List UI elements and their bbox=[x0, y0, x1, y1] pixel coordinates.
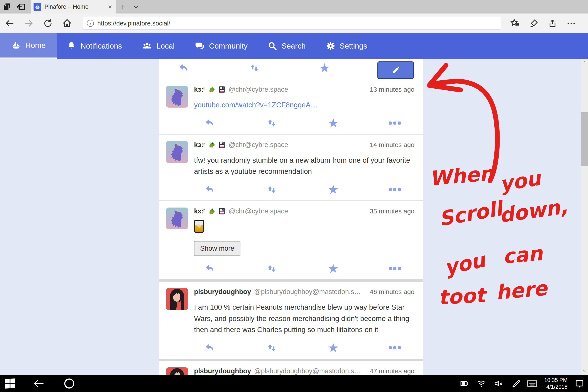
toot[interactable]: kз:ʳ @chr@cybre.space 14 minutes ago tfw… bbox=[159, 134, 423, 201]
compose-toot-button[interactable] bbox=[378, 62, 414, 79]
toot-time[interactable]: 46 minutes ago bbox=[370, 288, 414, 296]
author-name[interactable]: kз:ʳ bbox=[194, 141, 205, 149]
boost-icon[interactable] bbox=[266, 342, 278, 354]
toot[interactable]: kз:ʳ @chr@cybre.space 35 minutes ago Sho… bbox=[159, 201, 423, 282]
toolbar-right-icons bbox=[506, 14, 580, 33]
avatar[interactable] bbox=[166, 208, 188, 229]
boost-icon[interactable] bbox=[248, 62, 260, 74]
battery-icon[interactable] bbox=[456, 375, 473, 392]
taskbar-back-button[interactable] bbox=[29, 375, 49, 392]
settings-more-icon[interactable] bbox=[562, 14, 580, 33]
more-icon[interactable] bbox=[389, 117, 401, 129]
show-more-button[interactable]: Show more bbox=[194, 241, 240, 256]
favorites-hub-icon[interactable] bbox=[506, 14, 524, 33]
boost-icon[interactable] bbox=[266, 262, 278, 274]
nav-item-settings[interactable]: Settings bbox=[316, 33, 377, 59]
nav-item-community[interactable]: Community bbox=[185, 33, 258, 59]
people-icon bbox=[142, 41, 152, 51]
author-name[interactable]: kз:ʳ bbox=[194, 86, 205, 94]
toot-time[interactable]: 47 minutes ago bbox=[370, 368, 414, 375]
system-tray: 10:35 PM 4/1/2018 bbox=[456, 375, 588, 392]
avatar[interactable] bbox=[166, 368, 188, 375]
boost-icon[interactable] bbox=[266, 183, 278, 196]
home-icon[interactable] bbox=[58, 14, 77, 33]
toot-text: I am 100 % certain Peanuts merchandise b… bbox=[194, 302, 414, 335]
back-icon[interactable] bbox=[0, 14, 19, 33]
toot-time[interactable]: 35 minutes ago bbox=[370, 208, 414, 215]
nav-item-home[interactable]: Home bbox=[0, 33, 57, 59]
toot[interactable]: kз:ʳ @chr@cybre.space 13 minutes ago you… bbox=[159, 79, 423, 134]
author-name[interactable]: plsburydoughboy bbox=[194, 288, 251, 296]
set-tabs-aside-icon[interactable] bbox=[14, 0, 28, 14]
nav-item-search[interactable]: Search bbox=[258, 33, 316, 59]
boost-icon[interactable] bbox=[266, 117, 278, 129]
sailboat-icon bbox=[11, 40, 21, 50]
address-bar[interactable]: i https://dev.pinafore.social/ bbox=[83, 17, 501, 30]
reply-icon[interactable] bbox=[178, 62, 190, 74]
toot-meta: plsburydoughboy @plsburydoughboy@mastodo… bbox=[194, 366, 414, 375]
avatar[interactable] bbox=[166, 141, 188, 163]
touch-keyboard-icon[interactable] bbox=[524, 375, 541, 392]
author-handle[interactable]: @chr@cybre.space bbox=[229, 86, 288, 94]
gear-icon bbox=[326, 41, 336, 51]
taskbar-clock[interactable]: 10:35 PM 4/1/2018 bbox=[541, 377, 571, 390]
favorite-icon[interactable]: ★ bbox=[318, 62, 330, 74]
nav-item-notifications[interactable]: Notifications bbox=[57, 33, 132, 59]
toot[interactable]: plsburydoughboy @plsburydoughboy@mastodo… bbox=[159, 361, 423, 375]
tab-close-icon[interactable]: × bbox=[107, 3, 113, 10]
toot-time[interactable]: 13 minutes ago bbox=[370, 86, 414, 93]
action-center-icon[interactable] bbox=[571, 375, 588, 392]
nav-item-local[interactable]: Local bbox=[132, 33, 185, 59]
web-note-pen-icon[interactable] bbox=[524, 14, 543, 33]
author-handle[interactable]: @chr@cybre.space bbox=[229, 207, 288, 215]
reply-icon[interactable] bbox=[204, 183, 216, 196]
page-content: ★ kз:ʳ @chr@cybre.space 13 minutes ago y bbox=[0, 59, 588, 375]
tab-preview-chevron-icon[interactable] bbox=[129, 0, 142, 14]
toot-actions: ★ bbox=[204, 262, 401, 280]
page-scrollbar[interactable]: ⌃ ⌄ bbox=[581, 59, 588, 375]
more-icon[interactable] bbox=[389, 183, 401, 196]
toot-actions: ★ bbox=[178, 62, 401, 79]
reply-icon[interactable] bbox=[204, 117, 216, 129]
new-tab-button[interactable]: + bbox=[116, 0, 129, 14]
refresh-icon[interactable] bbox=[38, 14, 58, 33]
avatar[interactable] bbox=[166, 288, 188, 310]
dragon-emoji-icon bbox=[208, 207, 216, 215]
favorite-icon[interactable]: ★ bbox=[327, 262, 339, 274]
avatar[interactable] bbox=[166, 86, 188, 108]
toot-link[interactable]: youtube.com/watch?v=1ZCF8ngqeA… bbox=[194, 101, 318, 109]
author-handle[interactable]: @plsburydoughboy@mastodon.s… bbox=[254, 288, 361, 296]
wifi-icon[interactable] bbox=[473, 375, 490, 392]
author-handle[interactable]: @plsburydoughboy@mastodon.s… bbox=[254, 367, 361, 375]
scroll-down-icon[interactable]: ⌄ bbox=[581, 367, 588, 373]
nav-label-notifications: Notifications bbox=[80, 42, 122, 50]
toot[interactable]: plsburydoughboy @plsburydoughboy@mastodo… bbox=[159, 282, 423, 361]
toot-time[interactable]: 14 minutes ago bbox=[370, 141, 414, 148]
author-name[interactable]: kз:ʳ bbox=[194, 207, 205, 215]
reply-icon[interactable] bbox=[204, 342, 216, 354]
share-icon[interactable] bbox=[543, 14, 562, 33]
volume-muted-icon[interactable] bbox=[490, 375, 507, 392]
start-button[interactable] bbox=[0, 375, 20, 392]
url-text[interactable]: https://dev.pinafore.social/ bbox=[97, 20, 170, 27]
reply-icon[interactable] bbox=[204, 262, 216, 274]
favorite-icon[interactable]: ★ bbox=[327, 117, 339, 129]
pen-icon[interactable] bbox=[507, 375, 524, 392]
favorite-icon[interactable]: ★ bbox=[327, 183, 339, 196]
page-info-icon[interactable]: i bbox=[87, 20, 94, 27]
scrollbar-thumb[interactable] bbox=[581, 112, 588, 166]
forward-icon[interactable] bbox=[19, 14, 38, 33]
clock-time: 10:35 PM bbox=[544, 377, 568, 384]
author-handle[interactable]: @chr@cybre.space bbox=[229, 141, 288, 149]
toot-meta: kз:ʳ @chr@cybre.space 35 minutes ago bbox=[194, 207, 414, 216]
favorite-icon[interactable]: ★ bbox=[327, 342, 339, 354]
author-name[interactable]: plsburydoughboy bbox=[194, 367, 251, 375]
browser-tab-pinafore[interactable]: Pinafore – Home × bbox=[31, 0, 116, 14]
scroll-up-icon[interactable]: ⌃ bbox=[581, 60, 588, 66]
content-warning-row bbox=[194, 216, 414, 234]
more-icon[interactable] bbox=[389, 262, 401, 274]
cortana-button[interactable] bbox=[59, 375, 79, 392]
more-icon[interactable] bbox=[389, 342, 401, 354]
tab-preview-icon[interactable] bbox=[0, 0, 14, 14]
pinafore-favicon-icon bbox=[34, 3, 42, 11]
